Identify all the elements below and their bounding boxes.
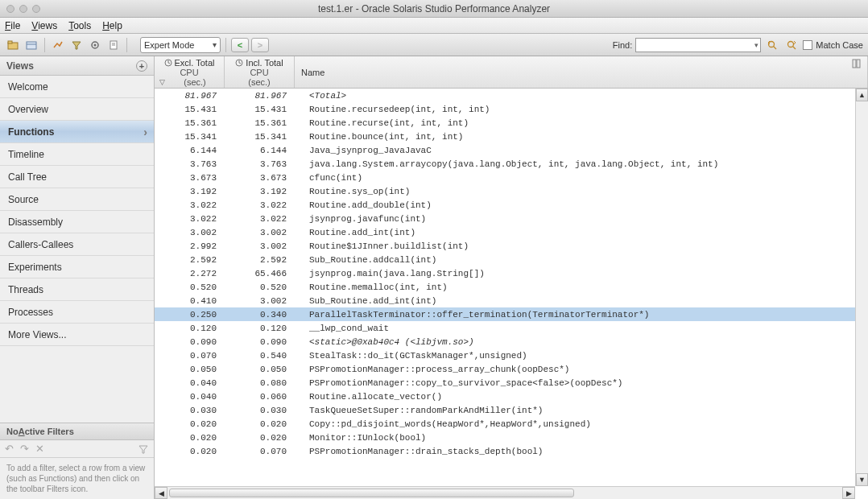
find-next-icon[interactable] xyxy=(783,37,800,53)
close-icon[interactable] xyxy=(6,5,14,13)
cell-incl: 3.002 xyxy=(225,228,295,237)
table-row[interactable]: 2.9923.002Routine$1JInner.buildlist(int) xyxy=(155,239,868,253)
sort-desc-icon[interactable]: ▽ xyxy=(159,78,165,86)
sidebar-item-callers-callees[interactable]: Callers-Callees xyxy=(0,233,154,256)
cell-excl: 0.020 xyxy=(155,447,225,456)
cell-name: PSPromotionManager::copy_to_survivor_spa… xyxy=(295,378,868,388)
svg-line-13 xyxy=(793,46,796,49)
compare-toggle-icon[interactable] xyxy=(50,37,66,53)
sidebar-item-welcome[interactable]: Welcome xyxy=(0,76,154,98)
archive-icon[interactable] xyxy=(23,37,39,53)
col-name[interactable]: Name xyxy=(295,56,868,88)
table-row[interactable]: 0.2500.340ParallelTaskTerminator::offer_… xyxy=(155,307,868,321)
cell-excl: 15.341 xyxy=(155,132,225,142)
nav-back-button[interactable]: < xyxy=(231,38,249,52)
cell-incl: 15.431 xyxy=(225,105,295,114)
redo-icon[interactable]: ↷ xyxy=(20,443,29,455)
functions-table: 81.96781.967<Total>15.43115.431Routine.r… xyxy=(155,89,868,499)
match-case-label: Match Case xyxy=(816,40,863,50)
sidebar-header: Views + xyxy=(0,56,154,76)
sidebar-item-functions[interactable]: Functions xyxy=(0,121,154,143)
table-row[interactable]: 0.0300.030TaskQueueSetSuper::randomParkA… xyxy=(155,403,868,417)
cell-excl: 81.967 xyxy=(155,91,225,101)
table-row[interactable]: 2.27265.466jsynprog.main(java.lang.Strin… xyxy=(155,266,868,280)
cell-excl: 0.050 xyxy=(155,365,225,374)
table-row[interactable]: 0.0200.020Copy::pd_disjoint_words(HeapWo… xyxy=(155,417,868,431)
cell-incl: 15.341 xyxy=(225,132,295,142)
table-row[interactable]: 3.7633.763java.lang.System.arraycopy(jav… xyxy=(155,157,868,171)
vertical-scrollbar[interactable]: ▲ ▼ xyxy=(855,89,868,486)
open-icon[interactable] xyxy=(5,37,21,53)
cell-incl: 3.002 xyxy=(225,241,295,251)
cell-excl: 0.090 xyxy=(155,337,225,347)
table-row[interactable]: 0.0200.070PSPromotionManager::drain_stac… xyxy=(155,444,868,458)
table-row[interactable]: 0.0700.540StealTask::do_it(GCTaskManager… xyxy=(155,348,868,362)
table-row[interactable]: 0.5200.520Routine.memalloc(int, int) xyxy=(155,280,868,294)
filters-icon[interactable] xyxy=(68,37,85,53)
cell-incl: 0.520 xyxy=(225,282,295,292)
sidebar-item-threads[interactable]: Threads xyxy=(0,278,154,301)
table-row[interactable]: 0.0500.050PSPromotionManager::process_ar… xyxy=(155,362,868,376)
svg-line-20 xyxy=(239,63,241,64)
table-row[interactable]: 0.1200.120__lwp_cond_wait xyxy=(155,321,868,335)
mode-select-label: Expert Mode xyxy=(144,40,194,50)
sidebar-item-disassembly[interactable]: Disassembly xyxy=(0,211,154,233)
table-row[interactable]: 81.96781.967<Total> xyxy=(155,89,868,102)
find-prev-icon[interactable] xyxy=(764,37,780,53)
sidebar-item-overview[interactable]: Overview xyxy=(0,98,154,121)
table-row[interactable]: 0.0200.020Monitor::IUnlock(bool) xyxy=(155,431,868,444)
menu-tools[interactable]: Tools xyxy=(68,20,91,31)
menu-file[interactable]: File xyxy=(5,20,20,31)
cell-incl: 3.673 xyxy=(225,173,295,183)
table-row[interactable]: 3.0023.002Routine.add_int(int) xyxy=(155,225,868,239)
configure-columns-icon[interactable] xyxy=(851,58,864,69)
table-row[interactable]: 6.1446.144Java_jsynprog_JavaJavaC xyxy=(155,143,868,157)
table-row[interactable]: 3.6733.673cfunc(int) xyxy=(155,171,868,184)
sidebar-item-source[interactable]: Source xyxy=(0,188,154,211)
add-view-icon[interactable]: + xyxy=(136,60,147,72)
match-case-checkbox[interactable] xyxy=(803,40,812,50)
table-row[interactable]: 2.5922.592Sub_Routine.addcall(int) xyxy=(155,253,868,266)
horizontal-scrollbar[interactable]: ◀ ▶ xyxy=(155,486,855,499)
table-row[interactable]: 3.0223.022Routine.add_double(int) xyxy=(155,198,868,212)
cell-name: java.lang.System.arraycopy(java.lang.Obj… xyxy=(295,159,868,169)
cell-excl: 0.040 xyxy=(155,392,225,402)
zoom-icon[interactable] xyxy=(32,5,40,13)
cell-name: jsynprog.javafunc(int) xyxy=(295,214,868,224)
clear-icon[interactable]: ✕ xyxy=(35,443,44,455)
cell-excl: 0.040 xyxy=(155,378,225,388)
export-icon[interactable] xyxy=(105,37,122,53)
cell-incl: 3.002 xyxy=(225,296,295,306)
undo-icon[interactable]: ↶ xyxy=(5,443,14,455)
col-excl-total-cpu[interactable]: Excl. Total CPU (sec.) ▽ xyxy=(155,56,225,88)
menu-help[interactable]: Help xyxy=(102,20,122,31)
mode-select[interactable]: Expert Mode xyxy=(140,37,221,53)
cell-name: jsynprog.main(java.lang.String[]) xyxy=(295,269,868,278)
menu-views[interactable]: Views xyxy=(31,20,57,31)
cell-incl: 3.022 xyxy=(225,214,295,224)
table-row[interactable]: 15.43115.431Routine.recursedeep(int, int… xyxy=(155,102,868,116)
cell-incl: 15.361 xyxy=(225,118,295,128)
sidebar-item-call-tree[interactable]: Call Tree xyxy=(0,166,154,188)
sidebar-item-experiments[interactable]: Experiments xyxy=(0,256,154,278)
table-row[interactable]: 3.0223.022jsynprog.javafunc(int) xyxy=(155,212,868,225)
find-input[interactable] xyxy=(635,38,761,52)
funnel-icon[interactable] xyxy=(138,443,149,455)
cell-excl: 0.020 xyxy=(155,419,225,429)
sidebar-item-timeline[interactable]: Timeline xyxy=(0,143,154,166)
table-row[interactable]: 0.4103.002Sub_Routine.add_int(int) xyxy=(155,294,868,307)
cell-excl: 2.272 xyxy=(155,269,225,278)
table-row[interactable]: 0.0400.060Routine.allocate_vector() xyxy=(155,390,868,403)
minimize-icon[interactable] xyxy=(19,5,27,13)
table-row[interactable]: 15.36115.361Routine.recurse(int, int, in… xyxy=(155,116,868,130)
table-row[interactable]: 15.34115.341Routine.bounce(int, int, int… xyxy=(155,130,868,143)
filters-header: No Active Filters xyxy=(0,423,154,440)
col-incl-total-cpu[interactable]: Incl. Total CPU (sec.) xyxy=(225,56,295,88)
table-row[interactable]: 0.0400.080PSPromotionManager::copy_to_su… xyxy=(155,376,868,390)
table-row[interactable]: 0.0900.090<static>@0xab40c4 (<libjvm.so>… xyxy=(155,335,868,348)
sidebar-item-processes[interactable]: Processes xyxy=(0,301,154,324)
cell-name: Sub_Routine.add_int(int) xyxy=(295,296,868,306)
sidebar-item-more-views-[interactable]: More Views... xyxy=(0,324,154,346)
settings-icon[interactable] xyxy=(87,37,103,53)
table-row[interactable]: 3.1923.192Routine.sys_op(int) xyxy=(155,184,868,198)
